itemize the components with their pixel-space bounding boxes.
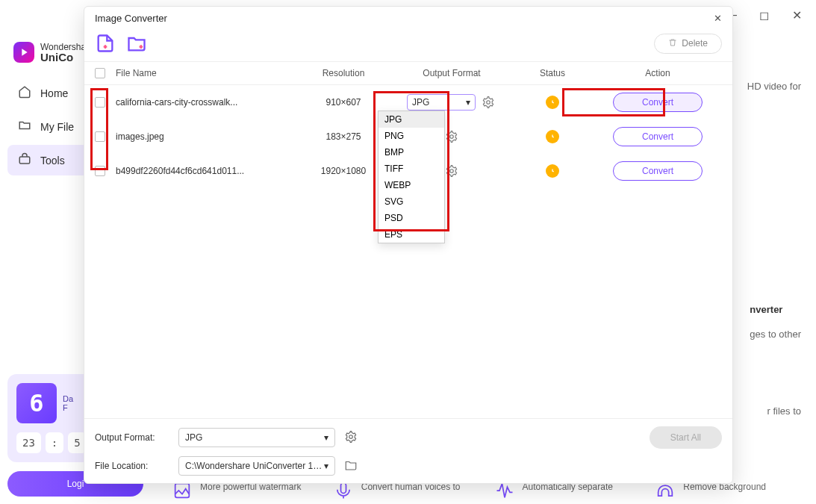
output-format-select[interactable]: JPG ▾ bbox=[407, 94, 476, 111]
svg-point-4 bbox=[450, 135, 454, 139]
status-pending-icon bbox=[546, 96, 559, 109]
col-action: Action bbox=[594, 68, 722, 78]
image-converter-modal: Image Converter ✕ Delete File Name Resol… bbox=[84, 6, 733, 484]
dropdown-option[interactable]: JPG bbox=[379, 111, 444, 128]
status-pending-icon bbox=[546, 130, 559, 143]
dropdown-option[interactable]: PSD bbox=[379, 210, 444, 226]
status-pending-icon bbox=[546, 164, 559, 178]
add-file-icon[interactable] bbox=[95, 33, 116, 54]
open-folder-icon[interactable] bbox=[344, 458, 359, 473]
dropdown-option[interactable]: SVG bbox=[379, 193, 444, 210]
svg-point-3 bbox=[487, 101, 490, 105]
dropdown-option[interactable]: WEBP bbox=[379, 177, 444, 193]
dropdown-option[interactable]: PNG bbox=[379, 128, 444, 144]
convert-button[interactable]: Convert bbox=[613, 127, 703, 146]
footer-location-select[interactable]: C:\Wondershare UniConverter 15\Im▾ bbox=[178, 456, 335, 476]
chevron-down-icon: ▾ bbox=[324, 461, 328, 471]
file-name: b499df2260fd44cf6cd641d011... bbox=[116, 166, 295, 176]
dropdown-option[interactable]: TIFF bbox=[379, 161, 444, 177]
close-icon[interactable]: ✕ bbox=[714, 13, 722, 24]
modal-title: Image Converter bbox=[95, 13, 167, 24]
file-name: images.jpeg bbox=[116, 131, 295, 142]
col-status: Status bbox=[511, 68, 594, 78]
chevron-down-icon: ▾ bbox=[466, 97, 470, 108]
chevron-down-icon: ▾ bbox=[324, 432, 328, 443]
row-checkbox[interactable] bbox=[95, 97, 105, 108]
col-res: Resolution bbox=[295, 68, 392, 78]
footer-output-label: Output Format: bbox=[95, 432, 169, 443]
row-settings-icon[interactable] bbox=[443, 163, 460, 179]
footer-output-select[interactable]: JPG▾ bbox=[178, 428, 335, 447]
row-settings-icon[interactable] bbox=[443, 128, 460, 145]
col-out: Output Format bbox=[392, 68, 511, 78]
svg-point-5 bbox=[450, 169, 454, 173]
delete-button[interactable]: Delete bbox=[654, 34, 722, 54]
start-all-button[interactable]: Start All bbox=[650, 426, 722, 449]
select-all-checkbox[interactable] bbox=[95, 68, 105, 78]
dropdown-option[interactable]: EPS bbox=[379, 226, 444, 243]
svg-point-6 bbox=[349, 435, 353, 439]
table-header: File Name Resolution Output Format Statu… bbox=[84, 61, 732, 85]
footer-output-settings-icon[interactable] bbox=[344, 430, 359, 445]
convert-button[interactable]: Convert bbox=[613, 161, 703, 181]
file-name: california-cars-city-crosswalk... bbox=[116, 97, 295, 108]
file-res: 910×607 bbox=[295, 97, 392, 108]
footer-location-label: File Location: bbox=[95, 461, 169, 471]
row-checkbox[interactable] bbox=[95, 166, 105, 176]
convert-button[interactable]: Convert bbox=[613, 93, 703, 112]
delete-label: Delete bbox=[682, 38, 708, 49]
add-folder-icon[interactable] bbox=[126, 33, 147, 54]
dropdown-option[interactable]: BMP bbox=[379, 144, 444, 161]
trash-icon bbox=[668, 38, 677, 49]
row-settings-icon[interactable] bbox=[480, 94, 496, 111]
output-format-dropdown[interactable]: JPG PNG BMP TIFF WEBP SVG PSD EPS bbox=[378, 111, 445, 243]
col-name: File Name bbox=[116, 68, 295, 78]
row-checkbox[interactable] bbox=[95, 131, 105, 142]
